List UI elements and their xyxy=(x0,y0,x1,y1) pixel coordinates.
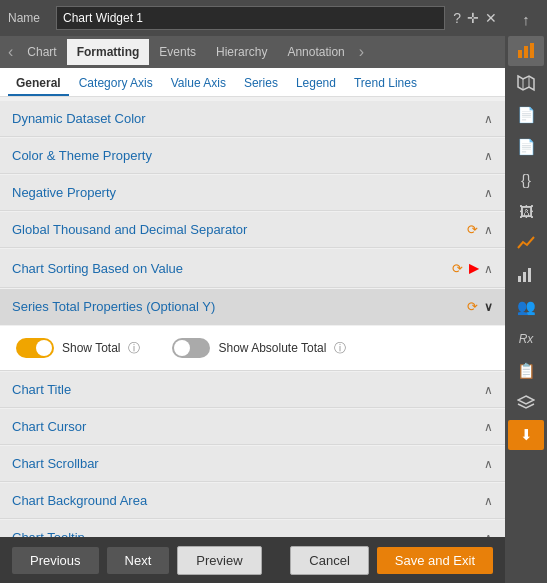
sidebar-code-icon[interactable]: {} xyxy=(508,164,544,194)
collapse-icon[interactable] xyxy=(484,419,493,434)
sub-tab-series[interactable]: Series xyxy=(236,72,286,96)
widget-name-input[interactable] xyxy=(56,6,445,30)
refresh-icon[interactable]: ⟳ xyxy=(452,261,463,276)
section-icons xyxy=(484,148,493,163)
header-icons: ? ✛ ✕ xyxy=(453,10,497,26)
section-dynamic-dataset-color[interactable]: Dynamic Dataset Color xyxy=(0,101,505,137)
section-chart-tooltip[interactable]: Chart Tooltip xyxy=(0,520,505,537)
sidebar-image-icon[interactable]: 🖼 xyxy=(508,196,544,226)
collapse-icon[interactable] xyxy=(484,493,493,508)
show-absolute-toggle-item: Show Absolute Total ⓘ xyxy=(172,338,346,358)
collapse-icon[interactable] xyxy=(484,185,493,200)
section-chart-sorting-area: Chart Sorting Based on Value ⟳ ▸ xyxy=(0,249,505,288)
section-chart-background[interactable]: Chart Background Area xyxy=(0,483,505,519)
collapse-icon[interactable] xyxy=(484,456,493,471)
svg-rect-0 xyxy=(518,50,522,58)
toggle-row: Show Total ⓘ Show Absolute Total ⓘ xyxy=(16,338,489,358)
sidebar-chart-icon[interactable] xyxy=(508,36,544,66)
name-label: Name xyxy=(8,11,48,25)
footer: Previous Next Preview Cancel Save and Ex… xyxy=(0,537,505,583)
svg-rect-2 xyxy=(530,43,534,58)
svg-rect-1 xyxy=(524,46,528,58)
section-chart-sorting[interactable]: Chart Sorting Based on Value ⟳ ▸ xyxy=(0,249,505,288)
show-total-info-icon[interactable]: ⓘ xyxy=(128,340,140,357)
section-label: Chart Title xyxy=(12,382,484,397)
svg-rect-7 xyxy=(523,272,526,282)
sidebar-download-icon[interactable]: ⬇ xyxy=(508,420,544,450)
collapse-icon[interactable] xyxy=(484,222,493,237)
tab-hierarchy[interactable]: Hierarchy xyxy=(206,39,277,65)
refresh-icon[interactable]: ⟳ xyxy=(467,299,478,314)
sub-tab-value-axis[interactable]: Value Axis xyxy=(163,72,234,96)
section-icons xyxy=(484,419,493,434)
sidebar-people-icon[interactable]: 👥 xyxy=(508,292,544,322)
preview-button[interactable]: Preview xyxy=(177,546,261,575)
tab-events[interactable]: Events xyxy=(149,39,206,65)
section-icons xyxy=(484,493,493,508)
section-label: Global Thousand and Decimal Separator xyxy=(12,222,467,237)
sidebar-trend-icon[interactable] xyxy=(508,228,544,258)
main-tabs: ‹ Chart Formatting Events Hierarchy Anno… xyxy=(0,36,505,68)
section-label: Series Total Properties (Optional Y) xyxy=(12,299,467,314)
section-label: Dynamic Dataset Color xyxy=(12,111,484,126)
sub-tab-trend-lines[interactable]: Trend Lines xyxy=(346,72,425,96)
collapse-icon[interactable] xyxy=(484,530,493,537)
section-chart-scrollbar[interactable]: Chart Scrollbar xyxy=(0,446,505,482)
section-global-thousand[interactable]: Global Thousand and Decimal Separator ⟳ xyxy=(0,212,505,248)
section-series-total[interactable]: Series Total Properties (Optional Y) ⟳ xyxy=(0,289,505,325)
previous-button[interactable]: Previous xyxy=(12,547,99,574)
tab-next-arrow[interactable]: › xyxy=(355,43,368,61)
show-total-toggle[interactable] xyxy=(16,338,54,358)
section-label: Chart Sorting Based on Value xyxy=(12,261,452,276)
collapse-icon[interactable] xyxy=(484,111,493,126)
help-icon[interactable]: ? xyxy=(453,10,461,26)
move-icon[interactable]: ✛ xyxy=(467,10,479,26)
section-negative-property[interactable]: Negative Property xyxy=(0,175,505,211)
svg-marker-9 xyxy=(518,396,534,404)
sidebar-doc-icon[interactable]: 📄 xyxy=(508,100,544,130)
show-absolute-toggle[interactable] xyxy=(172,338,210,358)
tab-annotation[interactable]: Annotation xyxy=(277,39,354,65)
sidebar-map-icon[interactable] xyxy=(508,68,544,98)
sidebar-rx-icon[interactable]: Rx xyxy=(508,324,544,354)
header: Name ? ✛ ✕ xyxy=(0,0,505,36)
save-exit-button[interactable]: Save and Exit xyxy=(377,547,493,574)
section-icons xyxy=(484,382,493,397)
sidebar-table-icon[interactable]: 📋 xyxy=(508,356,544,386)
cancel-button[interactable]: Cancel xyxy=(290,546,368,575)
section-label: Color & Theme Property xyxy=(12,148,484,163)
section-label: Chart Tooltip xyxy=(12,530,484,537)
collapse-icon[interactable] xyxy=(484,148,493,163)
expand-icon[interactable] xyxy=(484,299,493,314)
sidebar-page-icon[interactable]: 📄 xyxy=(508,132,544,162)
section-icons: ⟳ ▸ xyxy=(452,257,493,279)
tab-chart[interactable]: Chart xyxy=(17,39,66,65)
section-icons: ⟳ xyxy=(467,299,493,314)
section-label: Chart Cursor xyxy=(12,419,484,434)
svg-rect-6 xyxy=(518,276,521,282)
section-icons xyxy=(484,111,493,126)
show-absolute-info-icon[interactable]: ⓘ xyxy=(334,340,346,357)
series-total-content: Show Total ⓘ Show Absolute Total ⓘ xyxy=(0,326,505,371)
sidebar-bar-chart-icon[interactable] xyxy=(508,260,544,290)
section-chart-title[interactable]: Chart Title xyxy=(0,372,505,408)
section-icons xyxy=(484,456,493,471)
sub-tab-general[interactable]: General xyxy=(8,72,69,96)
sidebar-up-icon[interactable]: ↑ xyxy=(508,4,544,34)
section-label: Negative Property xyxy=(12,185,484,200)
section-color-theme-property[interactable]: Color & Theme Property xyxy=(0,138,505,174)
section-chart-cursor[interactable]: Chart Cursor xyxy=(0,409,505,445)
tab-formatting[interactable]: Formatting xyxy=(67,39,150,65)
collapse-icon[interactable] xyxy=(484,261,493,276)
tab-prev-arrow[interactable]: ‹ xyxy=(4,43,17,61)
section-icons: ⟳ xyxy=(467,222,493,237)
sub-tab-category-axis[interactable]: Category Axis xyxy=(71,72,161,96)
sidebar-layers-icon[interactable] xyxy=(508,388,544,418)
collapse-icon[interactable] xyxy=(484,382,493,397)
show-absolute-label: Show Absolute Total xyxy=(218,341,326,355)
section-label: Chart Background Area xyxy=(12,493,484,508)
refresh-icon[interactable]: ⟳ xyxy=(467,222,478,237)
close-icon[interactable]: ✕ xyxy=(485,10,497,26)
next-button[interactable]: Next xyxy=(107,547,170,574)
sub-tab-legend[interactable]: Legend xyxy=(288,72,344,96)
